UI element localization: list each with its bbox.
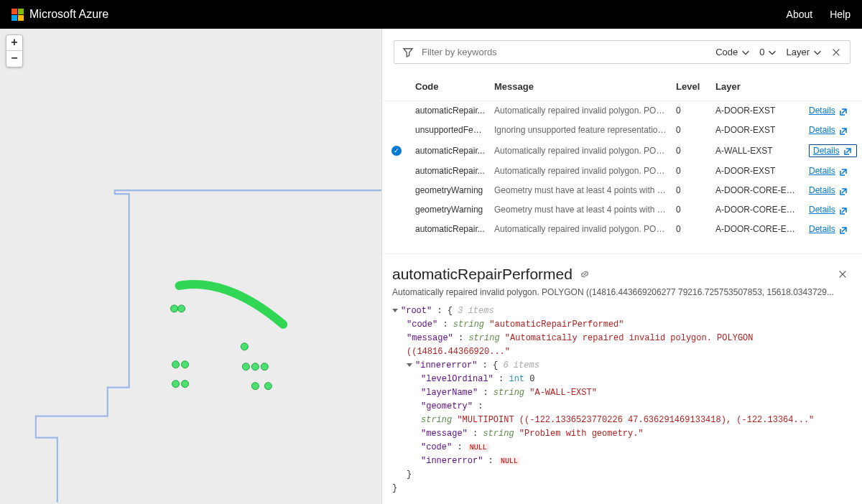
col-code[interactable]: Code <box>411 74 490 101</box>
cell-layer: A-WALL-EXST <box>711 140 805 162</box>
brand-label: Microsoft Azure <box>29 8 108 21</box>
cell-message: Geometry must have at least 4 points wit… <box>490 181 672 200</box>
cell-level: 0 <box>672 121 711 140</box>
microsoft-logo-icon <box>11 9 24 21</box>
svg-point-0 <box>171 305 178 312</box>
cell-layer: A-DOOR-CORE-EXST <box>711 200 805 220</box>
code-dropdown[interactable]: Code <box>715 47 751 57</box>
table-row[interactable]: unsupportedFeat...Ignoring unsupported f… <box>382 121 862 140</box>
map-panel[interactable]: + − <box>0 29 382 504</box>
details-link[interactable]: Details <box>809 185 848 195</box>
close-icon[interactable] <box>831 47 841 57</box>
detail-panel: automaticRepairPerformed Automatically r… <box>382 253 862 504</box>
details-link[interactable]: Details <box>809 205 848 215</box>
cell-level: 0 <box>672 101 711 121</box>
details-link[interactable]: Details <box>809 106 848 116</box>
details-link[interactable]: Details <box>809 125 848 135</box>
detail-subtitle: Automatically repaired invalid polygon. … <box>392 287 848 297</box>
cell-layer: A-DOOR-EXST <box>711 121 805 140</box>
selected-indicator-icon: ✓ <box>391 146 402 156</box>
cell-layer: A-DOOR-EXST <box>711 162 805 181</box>
cell-level: 0 <box>672 220 711 239</box>
cell-layer: A-DOOR-CORE-EXST <box>711 220 805 239</box>
svg-point-4 <box>172 381 180 388</box>
cell-code: automaticRepair... <box>411 220 490 239</box>
cell-code: geometryWarning <box>411 200 490 220</box>
about-link[interactable]: About <box>787 9 813 20</box>
svg-point-8 <box>261 363 268 370</box>
zoom-out-button[interactable]: − <box>6 51 22 67</box>
header-bar: Microsoft Azure About Help <box>0 0 862 29</box>
cell-message: Automatically repaired invalid polygon. … <box>490 140 672 162</box>
table-row[interactable]: ✓automaticRepair...Automatically repaire… <box>382 140 862 162</box>
chevron-down-icon <box>812 47 822 57</box>
cell-code: automaticRepair... <box>411 140 490 162</box>
chevron-down-icon <box>741 47 751 57</box>
level-dropdown[interactable]: 0 <box>759 47 777 57</box>
cell-layer: A-DOOR-EXST <box>711 101 805 121</box>
cell-message: Ignoring unsupported feature representat… <box>490 121 672 140</box>
close-icon[interactable] <box>838 269 848 279</box>
table-row[interactable]: automaticRepair...Automatically repaired… <box>382 101 862 121</box>
svg-point-6 <box>242 363 249 370</box>
table-row[interactable]: geometryWarningGeometry must have at lea… <box>382 200 862 220</box>
details-link[interactable]: Details <box>809 166 848 176</box>
svg-point-1 <box>178 305 185 312</box>
errors-table: Code Message Level Layer automaticRepair… <box>382 64 862 239</box>
cell-layer: A-DOOR-CORE-EXST <box>711 181 805 200</box>
json-tree: "root" : { 3 items "code" : string "auto… <box>392 304 848 495</box>
layer-dropdown[interactable]: Layer <box>786 47 822 57</box>
svg-point-10 <box>251 383 259 390</box>
svg-point-11 <box>264 383 272 390</box>
help-link[interactable]: Help <box>830 9 851 20</box>
svg-point-7 <box>251 363 259 370</box>
table-row[interactable]: automaticRepair...Automatically repaired… <box>382 220 862 239</box>
filter-bar: Code 0 Layer <box>394 40 851 64</box>
svg-point-3 <box>182 361 189 368</box>
cell-code: automaticRepair... <box>411 101 490 121</box>
cell-message: Geometry must have at least 4 points wit… <box>490 200 672 220</box>
cell-message: Automatically repaired invalid polygon. … <box>490 101 672 121</box>
filter-icon <box>403 47 413 57</box>
cell-code: unsupportedFeat... <box>411 121 490 140</box>
cell-level: 0 <box>672 181 711 200</box>
cell-level: 0 <box>672 162 711 181</box>
chevron-down-icon <box>767 47 777 57</box>
table-row[interactable]: automaticRepair...Automatically repaired… <box>382 162 862 181</box>
col-message[interactable]: Message <box>490 74 672 101</box>
cell-code: automaticRepair... <box>411 162 490 181</box>
table-row[interactable]: geometryWarningGeometry must have at lea… <box>382 181 862 200</box>
link-icon[interactable] <box>580 269 590 279</box>
svg-point-2 <box>172 361 180 368</box>
cell-message: Automatically repaired invalid polygon. … <box>490 162 672 181</box>
details-link[interactable]: Details <box>809 224 848 234</box>
zoom-in-button[interactable]: + <box>6 35 22 51</box>
col-level[interactable]: Level <box>672 74 711 101</box>
cell-level: 0 <box>672 200 711 220</box>
svg-point-9 <box>241 343 248 350</box>
errors-panel: Code 0 Layer <box>382 29 862 504</box>
col-layer[interactable]: Layer <box>711 74 805 101</box>
zoom-control: + − <box>6 34 23 67</box>
cell-code: geometryWarning <box>411 181 490 200</box>
filter-input[interactable] <box>422 47 707 57</box>
detail-title: automaticRepairPerformed <box>392 266 573 283</box>
map-canvas[interactable] <box>0 29 381 504</box>
svg-point-5 <box>182 381 189 388</box>
cell-level: 0 <box>672 140 711 162</box>
details-link[interactable]: Details <box>809 144 857 157</box>
cell-message: Automatically repaired invalid polygon. … <box>490 220 672 239</box>
